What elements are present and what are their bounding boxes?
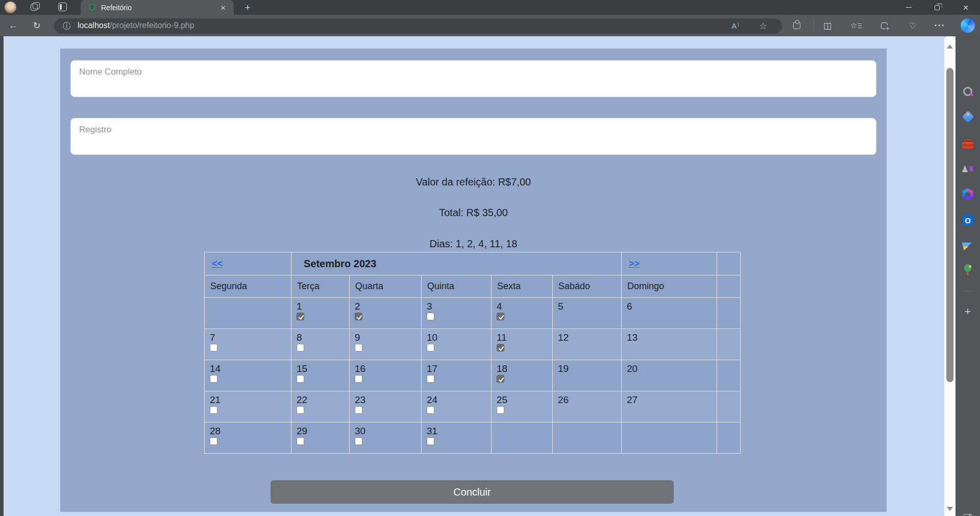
window-edge: [0, 36, 4, 516]
scrollbar-thumb[interactable]: [946, 68, 953, 382]
day-number: 15: [297, 363, 349, 374]
calendar-week-row: 21222324252627: [205, 391, 741, 423]
more-options-icon[interactable]: [930, 15, 949, 36]
profile-avatar[interactable]: [5, 2, 16, 13]
close-window-icon[interactable]: ✕: [951, 0, 980, 15]
favorites-bar-icon[interactable]: [847, 15, 865, 36]
weekday-header: Quinta: [422, 275, 492, 298]
tree-icon[interactable]: [955, 259, 980, 282]
concluir-button[interactable]: Concluir: [271, 480, 674, 504]
extensions-icon[interactable]: [788, 15, 806, 36]
nome-completo-input[interactable]: [70, 60, 876, 97]
scroll-up-icon[interactable]: [947, 44, 953, 49]
day-checkbox[interactable]: [427, 344, 434, 351]
search-icon[interactable]: [955, 80, 980, 103]
day-cell: 10: [422, 329, 492, 360]
scroll-down-icon[interactable]: [947, 507, 953, 511]
back-icon[interactable]: [4, 15, 22, 36]
day-checkbox[interactable]: [297, 437, 304, 445]
day-number: 9: [355, 332, 421, 343]
day-cell: 21: [205, 391, 291, 423]
next-month-link[interactable]: >>: [629, 259, 640, 269]
prev-month-cell: <<: [205, 252, 291, 275]
day-checkbox[interactable]: [210, 406, 217, 414]
month-title-cell: Setembro 2023: [291, 252, 622, 275]
day-checkbox[interactable]: [210, 375, 217, 383]
calendar-week-row: 14151617181920: [205, 360, 741, 391]
day-number: 25: [497, 394, 552, 405]
games-icon[interactable]: ♟♜: [955, 158, 980, 180]
tab-actions-icon[interactable]: [58, 3, 68, 12]
shopping-icon[interactable]: [955, 105, 980, 128]
day-checkbox[interactable]: [427, 375, 434, 383]
prev-month-link[interactable]: <<: [212, 259, 223, 269]
day-checkbox[interactable]: [297, 344, 304, 351]
day-checkbox[interactable]: [497, 406, 504, 414]
day-cell: 2: [350, 298, 422, 329]
day-checkbox[interactable]: [297, 375, 304, 383]
split-screen-icon[interactable]: [818, 15, 837, 36]
day-checkbox[interactable]: [427, 313, 434, 320]
browser-essentials-icon[interactable]: [903, 15, 922, 36]
drop-icon[interactable]: [955, 234, 980, 256]
day-checkbox[interactable]: [210, 437, 217, 445]
page-scrollbar[interactable]: [944, 36, 955, 516]
collections-icon[interactable]: [875, 15, 893, 36]
day-number: 22: [297, 394, 349, 405]
day-number: 13: [627, 332, 717, 343]
day-cell: 4: [492, 298, 553, 329]
day-number: 10: [427, 332, 491, 343]
day-number: 1: [297, 301, 349, 312]
outlook-icon[interactable]: O: [955, 209, 980, 231]
day-cell: 31: [422, 423, 492, 454]
calendar-week-row: 123456: [205, 298, 741, 329]
address-bar[interactable]: localhost/projeto/refeitorio-9.php: [54, 18, 782, 34]
weekday-header: Segunda: [205, 275, 291, 298]
new-tab-icon[interactable]: +: [240, 0, 255, 15]
read-aloud-icon[interactable]: [727, 18, 744, 34]
spacer-cell: [717, 391, 741, 423]
reload-icon[interactable]: [28, 15, 46, 36]
month-title: Setembro 2023: [299, 258, 376, 269]
workspaces-icon[interactable]: [31, 3, 40, 12]
day-cell: 16: [350, 360, 422, 391]
day-checkbox[interactable]: [355, 344, 362, 351]
calendar-body: 1234567891011121314151617181920212223242…: [205, 298, 741, 454]
weekday-header: Domingo: [622, 275, 717, 298]
microsoft365-icon[interactable]: [955, 183, 980, 205]
day-number: 30: [355, 426, 421, 436]
day-checkbox[interactable]: [297, 406, 304, 414]
restore-icon[interactable]: [923, 0, 951, 15]
day-cell: 26: [553, 391, 622, 423]
favorite-star-icon[interactable]: [754, 18, 772, 34]
day-cell: 13: [622, 329, 717, 360]
tools-icon[interactable]: [955, 133, 980, 155]
day-checkbox: [497, 313, 504, 320]
day-checkbox[interactable]: [427, 437, 434, 445]
day-cell: 22: [291, 391, 350, 423]
day-cell: 25: [492, 391, 553, 423]
url-text[interactable]: localhost/projeto/refeitorio-9.php: [78, 21, 194, 30]
minimize-icon[interactable]: [894, 0, 923, 15]
add-icon[interactable]: +: [955, 300, 980, 323]
day-number: 24: [427, 394, 491, 405]
day-cell: 8: [291, 329, 350, 360]
day-checkbox[interactable]: [355, 375, 362, 383]
close-tab-icon[interactable]: ✕: [217, 2, 229, 13]
day-number: 28: [210, 426, 291, 436]
day-number: 3: [427, 301, 491, 312]
day-cell: 28: [205, 423, 291, 454]
copilot-icon[interactable]: [959, 15, 977, 36]
day-checkbox[interactable]: [355, 406, 362, 414]
url-host: localhost: [78, 21, 110, 30]
day-checkbox[interactable]: [210, 344, 217, 351]
active-tab[interactable]: Refeitório ✕: [81, 0, 234, 15]
registro-input[interactable]: [70, 118, 876, 155]
site-info-icon[interactable]: [58, 18, 76, 34]
calendar-table: << Setembro 2023 >> SegundaTerçaQuartaQu…: [204, 252, 741, 454]
panel-toggle-icon[interactable]: [955, 506, 980, 516]
edge-sidebar: ♟♜ O + ⚙: [955, 36, 980, 516]
day-checkbox[interactable]: [427, 406, 434, 414]
day-checkbox[interactable]: [355, 437, 362, 445]
day-cell: 30: [350, 423, 422, 454]
